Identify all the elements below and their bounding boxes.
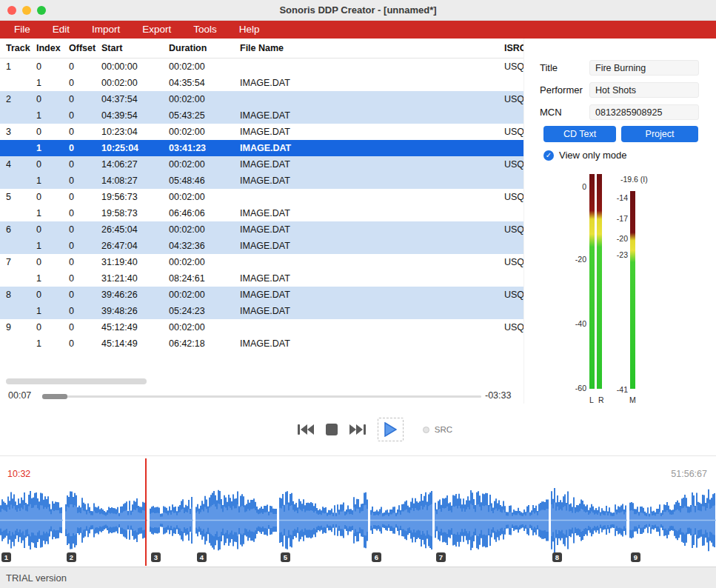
track-marker-1[interactable]: 1 [1,552,11,562]
table-row[interactable]: 60026:45:0400:02:00IMAGE.DATUSQ [0,221,523,238]
title-input[interactable] [589,60,699,76]
col-offset[interactable]: Offset [69,39,100,58]
remaining-time: -03:33 [485,390,511,401]
view-only-mode-toggle[interactable]: ✓ View only mode [543,150,627,161]
col-isrc[interactable]: ISRC [504,39,523,58]
track-marker-4[interactable]: 4 [197,552,207,562]
cell-offset: 0 [69,238,100,254]
cell-duration: 06:46:06 [169,205,237,221]
cell-isrc: USQ [504,287,523,303]
table-row[interactable]: 20004:37:5400:02:00USQ [0,91,523,107]
cell-offset: 0 [69,319,100,335]
cell-index: 1 [36,270,67,287]
cell-offset: 0 [69,287,100,303]
cell-index: 1 [36,303,67,319]
waveform-image [195,486,277,555]
table-row[interactable]: 10000:00:0000:02:00USQ [0,59,523,75]
cell-start: 26:45:04 [101,221,167,238]
table-row[interactable]: 1026:47:0404:32:36IMAGE.DAT [0,238,523,254]
table-row[interactable]: 1000:02:0004:35:54IMAGE.DAT [0,75,523,91]
src-led-icon[interactable] [423,427,429,433]
table-row[interactable]: 1039:48:2605:24:23IMAGE.DAT [0,303,523,319]
table-row[interactable]: 1045:14:4906:42:18IMAGE.DAT [0,335,523,352]
table-row[interactable]: 1010:25:0403:41:23IMAGE.DAT [0,140,523,156]
cell-offset: 0 [69,221,100,238]
waveform-segment-5[interactable]: 5 [279,486,368,555]
menu-bar: File Edit Import Export Tools Help [0,21,716,39]
cell-track: 4 [6,156,34,173]
cell-duration: 06:42:18 [169,335,237,352]
horizontal-scrollbar[interactable] [6,378,147,384]
col-duration[interactable]: Duration [169,39,237,58]
seek-thumb[interactable] [42,394,67,399]
table-row[interactable]: 30010:23:0400:02:00IMAGE.DATUSQ [0,124,523,140]
waveform-image [65,486,147,555]
col-index[interactable]: Index [36,39,67,58]
previous-track-button[interactable] [298,424,314,435]
menu-help[interactable]: Help [228,21,271,39]
menu-import[interactable]: Import [81,21,131,39]
close-button[interactable] [7,6,16,15]
table-row[interactable]: 70031:19:4000:02:00USQ [0,254,523,270]
waveform-segment-1[interactable]: 1 [0,486,63,555]
waveform-segment-7[interactable]: 7 [435,486,549,555]
track-marker-2[interactable]: 2 [67,552,76,562]
menu-edit[interactable]: Edit [41,21,81,39]
play-button[interactable] [378,418,404,441]
title-field-row: Title [524,60,716,76]
track-marker-5[interactable]: 5 [281,552,290,562]
title-bar: Sonoris DDP Creator - [unnamed*] [0,0,716,21]
track-marker-9[interactable]: 9 [631,552,640,562]
view-only-label: View only mode [559,150,627,161]
col-file-name[interactable]: File Name [240,39,432,58]
track-marker-8[interactable]: 8 [552,552,562,562]
waveform-segment-9[interactable]: 9 [629,486,716,555]
project-button[interactable]: Project [621,126,698,142]
table-row[interactable]: 1004:39:5405:43:25IMAGE.DAT [0,107,523,124]
stop-button[interactable] [326,424,338,435]
cell-duration: 08:24:61 [169,270,237,287]
mcn-input[interactable] [589,104,699,120]
zoom-button[interactable] [37,6,46,15]
menu-tools[interactable]: Tools [182,21,228,39]
cell-file: IMAGE.DAT [240,335,432,352]
minimize-button[interactable] [22,6,31,15]
level-meters: -19.6 (I) 0 -20 -40 -60 -14 -17 -20 -23 … [524,168,716,404]
cell-duration: 00:02:00 [169,221,237,238]
meter-bar-right [597,174,602,389]
next-track-button[interactable] [349,424,366,435]
waveform-segment-2[interactable]: 2 [65,486,147,555]
cell-index: 0 [36,59,67,75]
table-row[interactable]: 80039:46:2600:02:00IMAGE.DATUSQ [0,287,523,303]
waveform-segment-6[interactable]: 6 [370,486,432,555]
cd-text-button[interactable]: CD Text [543,126,616,142]
track-marker-3[interactable]: 3 [151,552,161,562]
cell-start: 39:46:26 [101,287,167,303]
seek-slider[interactable] [42,395,481,398]
performer-input[interactable] [589,82,699,98]
cell-start: 45:12:49 [101,319,167,335]
table-row[interactable]: 1019:58:7306:46:06IMAGE.DAT [0,205,523,221]
table-row[interactable]: 40014:06:2700:02:00IMAGE.DATUSQ [0,156,523,173]
track-marker-7[interactable]: 7 [436,552,446,562]
menu-export[interactable]: Export [131,21,182,39]
playhead-cursor[interactable] [145,458,147,566]
table-row[interactable]: 1031:21:4008:24:61IMAGE.DAT [0,270,523,287]
cell-offset: 0 [69,107,100,124]
cell-file: IMAGE.DAT [240,221,432,238]
waveform-segment-8[interactable]: 8 [551,486,627,555]
waveform-image [370,486,432,555]
cell-index: 0 [36,124,67,140]
table-row[interactable]: 50019:56:7300:02:00USQ [0,189,523,205]
table-row[interactable]: 1014:08:2705:48:46IMAGE.DAT [0,173,523,189]
col-track[interactable]: Track [6,39,34,58]
track-table: Track Index Offset Start Duration File N… [0,39,523,404]
waveform-segment-4[interactable]: 4 [195,486,277,555]
menu-file[interactable]: File [3,21,41,39]
waveform-segment-3[interactable]: 3 [150,486,193,555]
table-row[interactable]: 90045:12:4900:02:00USQ [0,319,523,335]
title-label: Title [540,60,558,76]
track-marker-6[interactable]: 6 [372,552,381,562]
col-start[interactable]: Start [101,39,167,58]
cell-index: 1 [36,107,67,124]
